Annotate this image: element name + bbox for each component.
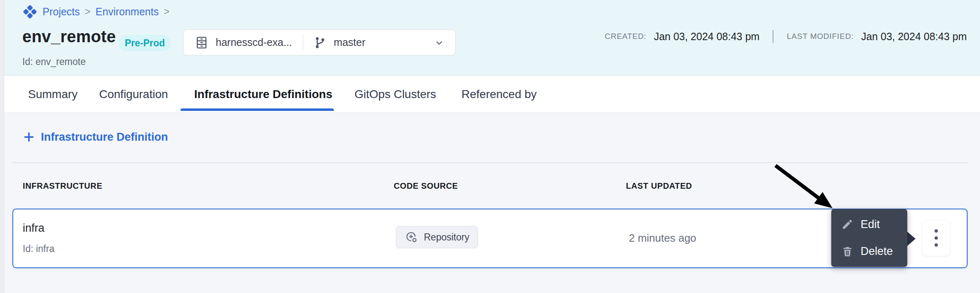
- repository-name-section: harnesscd-exa...: [183, 30, 303, 55]
- last-modified-label: LAST MODIFIED:: [787, 32, 854, 41]
- add-infrastructure-definition-button[interactable]: Infrastructure Definition: [23, 128, 168, 146]
- window-left-edge: [0, 0, 4, 293]
- context-menu-label: Edit: [861, 218, 880, 231]
- context-menu-item-delete[interactable]: Delete: [831, 240, 907, 263]
- projects-icon: [22, 4, 38, 19]
- repository-icon: [194, 35, 209, 50]
- active-tab-indicator: [181, 108, 334, 111]
- git-details-selector: harnesscd-exa... master: [183, 29, 456, 55]
- timestamps: CREATED: Jan 03, 2024 08:43 pm LAST MODI…: [605, 27, 967, 46]
- tab-summary[interactable]: Summary: [28, 76, 78, 113]
- kebab-icon: [935, 236, 938, 240]
- created-label: CREATED:: [605, 32, 647, 41]
- tab-bar: Summary Configuration Infrastructure Def…: [4, 76, 980, 113]
- last-modified-value: Jan 03, 2024 08:43 pm: [861, 31, 967, 43]
- tab-gitops-clusters[interactable]: GitOps Clusters: [354, 76, 436, 113]
- breadcrumb-separator: >: [85, 6, 90, 17]
- created-value: Jan 03, 2024 08:43 pm: [654, 31, 760, 43]
- row-options-button[interactable]: [923, 220, 950, 256]
- row-context-menu: Edit Delete: [831, 209, 907, 267]
- breadcrumb-separator: >: [164, 6, 169, 17]
- environment-details-page: Projects > Environments > env_remote Pre…: [0, 0, 980, 293]
- page-title: env_remote: [22, 27, 116, 46]
- code-source-label: Repository: [424, 232, 469, 243]
- trash-icon: [841, 245, 854, 258]
- code-source-badge: Repository: [396, 226, 478, 248]
- pencil-icon: [841, 218, 854, 231]
- kebab-icon: [935, 229, 938, 233]
- tab-infrastructure-definitions[interactable]: Infrastructure Definitions: [194, 76, 332, 113]
- divider: [773, 30, 773, 43]
- context-menu-label: Delete: [861, 245, 893, 258]
- kebab-icon: [935, 243, 938, 247]
- infrastructure-name: infra: [23, 222, 45, 235]
- environment-type-badge: Pre-Prod: [119, 35, 171, 51]
- last-updated-value: 2 minutes ago: [629, 232, 696, 245]
- tab-configuration[interactable]: Configuration: [99, 76, 168, 113]
- branch-name: master: [334, 36, 365, 48]
- column-header-infrastructure: INFRASTRUCTURE: [23, 181, 102, 191]
- breadcrumb-link-environments[interactable]: Environments: [95, 6, 159, 18]
- branch-selector[interactable]: master: [303, 30, 455, 55]
- divider: [12, 162, 968, 163]
- repository-name: harnesscd-exa...: [216, 36, 292, 48]
- table-row[interactable]: [12, 209, 968, 268]
- add-button-label: Infrastructure Definition: [41, 131, 168, 144]
- context-menu-item-edit[interactable]: Edit: [831, 213, 907, 236]
- environment-id: Id: env_remote: [22, 56, 86, 67]
- tab-referenced-by[interactable]: Referenced by: [461, 76, 537, 113]
- repository-remote-icon: [404, 230, 419, 244]
- page-header: Projects > Environments > env_remote Pre…: [4, 0, 980, 76]
- git-branch-icon: [313, 36, 327, 50]
- column-header-last-updated: LAST UPDATED: [626, 181, 692, 191]
- column-header-code-source: CODE SOURCE: [394, 181, 458, 191]
- infrastructure-id: Id: infra: [23, 243, 55, 255]
- breadcrumb: Projects > Environments >: [22, 3, 169, 20]
- breadcrumb-link-projects[interactable]: Projects: [43, 6, 80, 18]
- chevron-down-icon[interactable]: [433, 36, 445, 49]
- plus-icon: [23, 131, 35, 143]
